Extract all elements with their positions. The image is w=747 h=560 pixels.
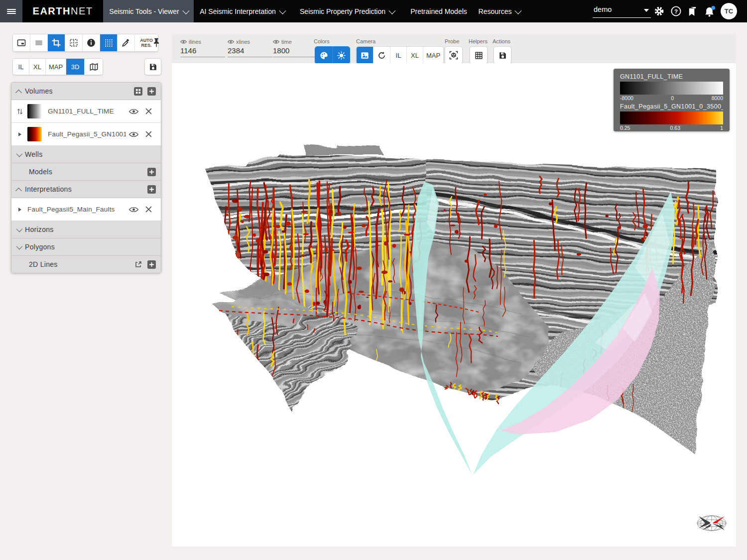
interpretation-row-faults[interactable]: Fault_Pegasii5_Main_Faults [11,198,161,221]
nav-pretrained-models[interactable]: Pretrained Models [403,0,474,22]
section-models[interactable]: Models [11,163,161,181]
gray-swatch-icon [34,38,44,48]
nav-label: Resources [479,7,512,15]
layers-panel: Volumes GN1101_FULL_TIME [11,82,161,273]
chevron-down-icon [388,7,395,14]
nav-resources[interactable]: Resources [474,0,524,22]
remove-button[interactable] [141,108,156,114]
tick-mid: 0 [671,95,674,101]
colormap-swatch-grayscale[interactable] [27,104,42,118]
section-interpretations[interactable]: Interpretations [11,181,161,198]
point-density-button[interactable] [100,34,118,51]
section-wells[interactable]: Wells [11,146,161,163]
nav-property-prediction[interactable]: Seismic Property Prediction [290,0,403,22]
chevron-down-icon [182,7,189,14]
fit-view-button[interactable] [13,34,30,51]
remove-button[interactable] [141,206,156,213]
section-polygons[interactable]: Polygons [11,238,161,256]
volume-row-gn1101[interactable]: GN1101_FULL_TIME [11,100,161,123]
reorder-icon[interactable] [16,108,23,115]
toggle-visibility-button[interactable] [126,206,141,213]
volume-name: GN1101_FULL_TIME [48,108,126,115]
eyedropper-icon [121,38,131,48]
orientation-widget[interactable] [695,508,728,538]
nav-seismic-tools[interactable]: Seismic Tools - Viewer [103,0,194,22]
section-label: Interpretations [25,185,72,193]
avatar[interactable]: TC [721,3,737,19]
tick-max: 1 [720,125,723,131]
chevron-down-icon [16,243,23,249]
settings-button[interactable] [653,5,665,17]
legend-title-fault: Fault_Pegasii_5_GN1001_0_3500_... [620,103,723,110]
close-icon [145,131,152,137]
add-interpretation-button[interactable] [147,185,156,194]
help-icon: ? [670,5,682,17]
interpretation-name: Fault_Pegasii5_Main_Faults [27,206,126,213]
section-2d-lines[interactable]: 2D Lines [11,256,161,273]
volumes-grid-button[interactable] [134,87,142,96]
nav-ai-interpretation[interactable]: AI Seismic Interpretation [194,0,290,22]
add-model-button[interactable] [147,168,156,176]
volume-name: Fault_Pegasii_5_GN1001... [48,130,126,138]
colormap-swatch-heat[interactable] [27,127,42,141]
section-volumes[interactable]: Volumes [11,83,161,100]
workspace-value: demo [594,5,612,13]
grid-crosshair-button[interactable] [65,34,83,51]
xl-label: XL [33,63,41,71]
caret-right-icon[interactable] [16,132,23,137]
section-label: Horizons [25,225,54,233]
view-map-button[interactable]: MAP [46,59,66,75]
view-il-button[interactable]: IL [13,59,29,75]
save-layout-button[interactable] [144,58,161,75]
caret-right-icon[interactable] [16,207,23,212]
chevron-down-icon [515,7,522,14]
add-volume-button[interactable] [147,87,156,96]
slice-opacity-button[interactable] [30,34,48,51]
nav-label: Seismic Tools - Viewer [109,7,179,15]
external-link-icon [135,261,142,268]
remove-button[interactable] [141,131,156,137]
plus-icon [149,169,154,175]
add-2d-line-button[interactable] [147,260,156,269]
avatar-initials: TC [725,7,733,15]
notifications-button[interactable] [703,5,715,17]
workspace-select[interactable]: demo [593,4,651,18]
section-horizons[interactable]: Horizons [11,221,161,238]
section-label: Wells [25,150,42,158]
tick-min: 0.25 [620,125,630,131]
dotted-grid-icon [104,38,114,48]
plus-icon [149,262,154,267]
menu-button[interactable] [0,0,22,22]
pin-panel-button[interactable] [149,35,163,49]
volume-row-fault[interactable]: Fault_Pegasii_5_GN1001... [11,123,161,146]
bookmarks-button[interactable] [687,5,698,17]
chevron-down-icon [16,225,23,232]
crop-icon [51,38,61,48]
toggle-visibility-button[interactable] [126,131,141,138]
select-underline [593,17,651,18]
projection-group: IL XL MAP 3D [12,58,103,75]
toggle-visibility-button[interactable] [126,108,141,115]
top-nav-bar: EARTHNET Seismic Tools - Viewer AI Seism… [0,0,747,22]
info-button[interactable] [83,34,100,51]
open-2d-lines-button[interactable] [134,260,142,269]
view-xl-button[interactable]: XL [29,59,46,75]
eye-icon [129,131,138,138]
picker-button[interactable] [118,34,135,51]
view-3d-button[interactable]: 3D [66,59,85,75]
app-logo[interactable]: EARTHNET [22,0,103,22]
help-button[interactable]: ? [670,5,682,17]
section-label: Volumes [25,87,53,95]
plus-icon [149,89,154,94]
bookmark-icon [687,5,698,17]
close-icon [145,206,152,213]
legend-title-volume: GN1101_FULL_TIME [620,73,723,80]
nav-label: Seismic Property Prediction [300,7,385,15]
tick-max: 8000 [712,95,723,101]
basemap-button[interactable] [85,59,103,75]
legend-ticks: -8000 0 8000 [620,95,723,101]
hamburger-icon [7,8,16,15]
map-icon [89,62,99,72]
select-caret-icon [644,9,649,12]
crop-button[interactable] [48,34,65,51]
